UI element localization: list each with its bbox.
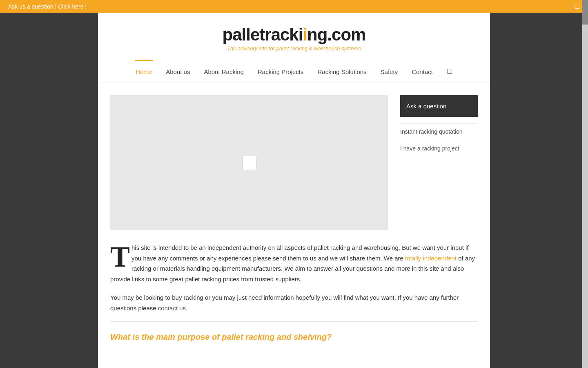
nav-item-contact[interactable]: Contact bbox=[411, 60, 434, 83]
article-body: T his site is intended to be an independ… bbox=[110, 242, 478, 344]
racking-project-link[interactable]: I have a racking project bbox=[400, 140, 478, 157]
sidebar: Ask a question Instant racking quotation… bbox=[400, 95, 478, 157]
nav-item-racking-solutions[interactable]: Racking Solutions bbox=[317, 60, 368, 83]
play-button[interactable] bbox=[242, 156, 256, 170]
main-flex-layout: Ask a question Instant racking quotation… bbox=[110, 95, 478, 230]
nav-item-about-us[interactable]: About us bbox=[165, 60, 191, 83]
second-paragraph-end: . bbox=[186, 305, 187, 312]
scrollbar-thumb[interactable] bbox=[582, 0, 588, 25]
nav-item-racking-projects[interactable]: Racking Projects bbox=[257, 60, 305, 83]
nav-item-home[interactable]: Home bbox=[135, 60, 153, 83]
logo[interactable]: palletrackiing.com bbox=[106, 25, 482, 45]
ask-question-button[interactable]: Ask a question bbox=[400, 95, 478, 117]
section-divider bbox=[110, 321, 478, 322]
top-bar-cta[interactable]: Ask us a question ! Click here ! bbox=[8, 3, 87, 10]
nav-search-icon[interactable]: ☐ bbox=[446, 60, 453, 83]
logo-i: i bbox=[303, 25, 307, 44]
logo-tagline: The advisory site for pallet racking & w… bbox=[106, 45, 482, 52]
nav-item-safety[interactable]: Safety bbox=[380, 60, 399, 83]
nav-item-about-racking[interactable]: About Racking bbox=[203, 60, 245, 83]
banner-image bbox=[110, 95, 388, 230]
drop-cap: T bbox=[110, 246, 130, 268]
scrollbar-track[interactable] bbox=[582, 0, 588, 368]
second-paragraph: You may be looking to buy racking or you… bbox=[110, 292, 478, 313]
section-heading: What is the main purpose of pallet racki… bbox=[110, 330, 478, 344]
site-header: palletrackiing.com The advisory site for… bbox=[98, 13, 490, 60]
logo-part2: ng.com bbox=[307, 25, 365, 44]
first-paragraph: T his site is intended to be an independ… bbox=[110, 242, 478, 284]
instant-quotation-link[interactable]: Instant racking quotation bbox=[400, 123, 478, 140]
totally-independent-link[interactable]: totally independent bbox=[405, 255, 457, 262]
top-bar-icon[interactable]: ☐ bbox=[574, 2, 580, 10]
site-wrapper: palletrackiing.com The advisory site for… bbox=[98, 13, 490, 368]
top-bar: Ask us a question ! Click here ! ☐ bbox=[0, 0, 588, 13]
main-nav: Home About us About Racking Racking Proj… bbox=[98, 60, 490, 83]
content-area: Ask a question Instant racking quotation… bbox=[98, 83, 490, 360]
logo-part1: palletracki bbox=[223, 25, 303, 44]
contact-us-link[interactable]: contact us bbox=[158, 305, 186, 312]
